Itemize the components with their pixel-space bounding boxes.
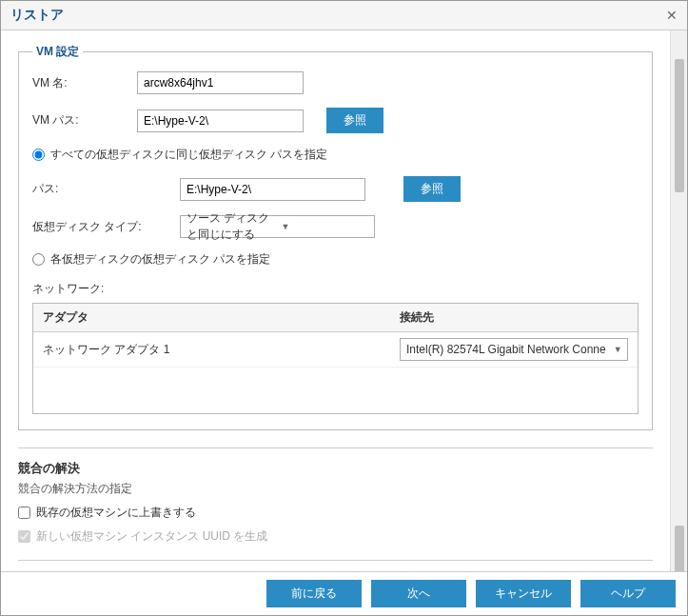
uuid-row: 新しい仮想マシン インスタンス UUID を生成 bbox=[18, 528, 653, 545]
vm-name-label: VM 名: bbox=[32, 75, 137, 91]
network-table: アダプタ 接続先 ネットワーク アダプタ 1 Intel(R) 82574L G… bbox=[32, 303, 639, 414]
back-button[interactable]: 前に戻る bbox=[266, 580, 362, 607]
uuid-checkbox bbox=[18, 530, 30, 543]
overwrite-row: 既存の仮想マシンに上書きする bbox=[18, 505, 653, 521]
network-label: ネットワーク: bbox=[32, 281, 639, 297]
vm-settings-legend: VM 設定 bbox=[32, 44, 83, 60]
radio-same-path-row: すべての仮想ディスクに同じ仮想ディスク パスを指定 bbox=[32, 147, 639, 163]
cancel-button[interactable]: キャンセル bbox=[476, 580, 571, 607]
vm-path-input[interactable] bbox=[137, 109, 304, 132]
vm-settings-fieldset: VM 設定 VM 名: VM パス: 参照 すべての仮想ディスクに同じ仮想ディス… bbox=[18, 44, 653, 430]
content: VM 設定 VM 名: VM パス: 参照 すべての仮想ディスクに同じ仮想ディス… bbox=[1, 30, 687, 571]
overwrite-checkbox[interactable] bbox=[18, 507, 30, 519]
scroll-thumb[interactable] bbox=[675, 59, 684, 192]
conflict-sub: 競合の解決方法の指定 bbox=[18, 481, 653, 497]
conflict-heading: 競合の解決 bbox=[18, 460, 653, 477]
next-button[interactable]: 次へ bbox=[371, 580, 466, 607]
close-icon[interactable]: ✕ bbox=[666, 8, 678, 23]
vm-path-label: VM パス: bbox=[32, 112, 137, 129]
scrollbar[interactable] bbox=[670, 30, 687, 571]
vdt-label: 仮想ディスク タイプ: bbox=[32, 219, 180, 235]
chevron-down-icon: ▼ bbox=[282, 222, 369, 231]
vdt-select[interactable]: ソース ディスクと同じにする ▼ bbox=[180, 215, 375, 238]
table-row: ネットワーク アダプタ 1 Intel(R) 82574L Gigabit Ne… bbox=[33, 332, 638, 368]
adapter-cell: ネットワーク アダプタ 1 bbox=[33, 336, 390, 364]
dest-cell: Intel(R) 82574L Gigabit Network Conne ▼ bbox=[390, 332, 638, 367]
vm-name-input[interactable] bbox=[137, 71, 304, 94]
restore-dialog: リストア ✕ VM 設定 VM 名: VM パス: 参照 すべての仮想ディスクに… bbox=[0, 0, 688, 616]
radio-each-path[interactable] bbox=[32, 253, 45, 266]
vdt-value: ソース ディスクと同じにする bbox=[187, 210, 274, 243]
button-bar: 前に戻る 次へ キャンセル ヘルプ bbox=[1, 571, 687, 615]
radio-each-path-label: 各仮想ディスクの仮想ディスク パスを指定 bbox=[50, 251, 270, 268]
vm-path-browse-button[interactable]: 参照 bbox=[326, 108, 383, 133]
overwrite-label: 既存の仮想マシンに上書きする bbox=[36, 505, 196, 521]
radio-same-path-label: すべての仮想ディスクに同じ仮想ディスク パスを指定 bbox=[50, 147, 327, 163]
col-adapter: アダプタ bbox=[33, 304, 390, 331]
radio-each-path-row: 各仮想ディスクの仮想ディスク パスを指定 bbox=[32, 251, 639, 268]
dest-select[interactable]: Intel(R) 82574L Gigabit Network Conne ▼ bbox=[400, 338, 628, 361]
help-button[interactable]: ヘルプ bbox=[580, 580, 676, 607]
dest-value: Intel(R) 82574L Gigabit Network Conne bbox=[406, 343, 606, 356]
dialog-title: リストア bbox=[10, 7, 64, 24]
scroll-area: VM 設定 VM 名: VM パス: 参照 すべての仮想ディスクに同じ仮想ディス… bbox=[1, 30, 670, 571]
vm-path-row: VM パス: 参照 bbox=[32, 108, 639, 133]
path-row: パス: 参照 bbox=[32, 176, 639, 202]
path-browse-button[interactable]: 参照 bbox=[403, 176, 461, 202]
vm-name-row: VM 名: bbox=[32, 71, 639, 94]
path-label: パス: bbox=[32, 181, 180, 197]
divider bbox=[18, 447, 653, 448]
col-dest: 接続先 bbox=[390, 304, 638, 331]
titlebar: リストア ✕ bbox=[1, 1, 687, 30]
divider bbox=[18, 560, 653, 561]
chevron-down-icon: ▼ bbox=[614, 345, 622, 354]
uuid-label: 新しい仮想マシン インスタンス UUID を生成 bbox=[36, 528, 267, 545]
vdt-row: 仮想ディスク タイプ: ソース ディスクと同じにする ▼ bbox=[32, 215, 639, 238]
radio-same-path[interactable] bbox=[32, 149, 45, 161]
path-input[interactable] bbox=[180, 178, 365, 201]
scroll-thumb[interactable] bbox=[675, 526, 684, 571]
table-header: アダプタ 接続先 bbox=[33, 304, 638, 332]
table-footer bbox=[33, 368, 638, 413]
